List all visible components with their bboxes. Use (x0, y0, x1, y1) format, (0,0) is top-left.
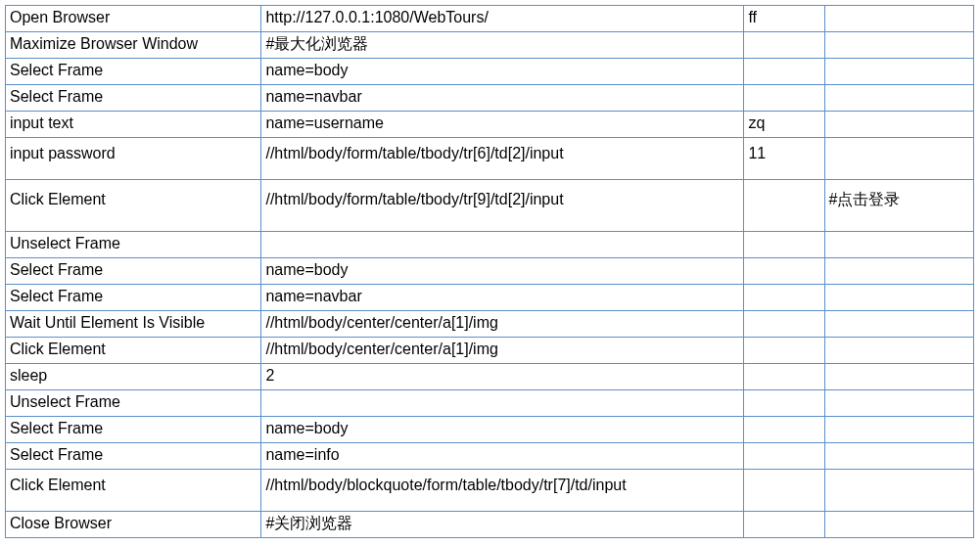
table-row: Select Framename=body (6, 417, 974, 443)
cell: //html/body/center/center/a[1]/img (261, 311, 744, 338)
cell: ff (744, 6, 824, 32)
cell (824, 443, 973, 470)
cell (744, 258, 824, 285)
cell: Select Frame (6, 285, 261, 311)
cell: Click Element (6, 470, 261, 512)
table-row: Click Element//html/body/center/center/a… (6, 338, 974, 364)
cell: Open Browser (6, 6, 261, 32)
cell (261, 390, 744, 417)
cell: Maximize Browser Window (6, 32, 261, 59)
cell: 2 (261, 364, 744, 390)
cell (824, 364, 973, 390)
cell: sleep (6, 364, 261, 390)
cell (744, 311, 824, 338)
cell: Select Frame (6, 417, 261, 443)
cell: name=body (261, 417, 744, 443)
cell: Select Frame (6, 258, 261, 285)
cell (824, 258, 973, 285)
cell: input text (6, 112, 261, 138)
cell (824, 285, 973, 311)
table-row: Click Element//html/body/blockquote/form… (6, 470, 974, 512)
cell (824, 32, 973, 59)
cell: Wait Until Element Is Visible (6, 311, 261, 338)
cell (744, 470, 824, 512)
cell: name=username (261, 112, 744, 138)
cell (744, 232, 824, 258)
cell: 11 (744, 138, 824, 180)
cell: name=body (261, 258, 744, 285)
table-row: Select Framename=navbar (6, 285, 974, 311)
cell: Select Frame (6, 85, 261, 112)
cell (824, 59, 973, 85)
table-row: sleep2 (6, 364, 974, 390)
cell: name=info (261, 443, 744, 470)
table-row: Wait Until Element Is Visible//html/body… (6, 311, 974, 338)
cell (824, 338, 973, 364)
cell (824, 85, 973, 112)
table-row: Unselect Frame (6, 390, 974, 417)
cell (744, 32, 824, 59)
cell (824, 232, 973, 258)
table-row: Select Framename=info (6, 443, 974, 470)
cell (744, 285, 824, 311)
cell (824, 138, 973, 180)
cell (744, 59, 824, 85)
cell: #最大化浏览器 (261, 32, 744, 59)
cell: //html/body/form/table/tbody/tr[6]/td[2]… (261, 138, 744, 180)
cell (744, 85, 824, 112)
table-row: input textname=usernamezq (6, 112, 974, 138)
table-row: Click Element//html/body/form/table/tbod… (6, 180, 974, 232)
cell: input password (6, 138, 261, 180)
cell (744, 364, 824, 390)
cell: //html/body/form/table/tbody/tr[9]/td[2]… (261, 180, 744, 232)
cell (824, 6, 973, 32)
cell: #点击登录 (824, 180, 973, 232)
cell: zq (744, 112, 824, 138)
table-row: Select Framename=body (6, 59, 974, 85)
cell: #关闭浏览器 (261, 512, 744, 538)
cell: name=navbar (261, 85, 744, 112)
cell: Click Element (6, 338, 261, 364)
cell: Select Frame (6, 443, 261, 470)
cell (744, 180, 824, 232)
cell (744, 443, 824, 470)
cell (824, 390, 973, 417)
table-row: Unselect Frame (6, 232, 974, 258)
cell (744, 512, 824, 538)
table-row: Select Framename=navbar (6, 85, 974, 112)
cell: name=body (261, 59, 744, 85)
table-row: Maximize Browser Window#最大化浏览器 (6, 32, 974, 59)
cell (744, 417, 824, 443)
cell: http://127.0.0.1:1080/WebTours/ (261, 6, 744, 32)
cell: Select Frame (6, 59, 261, 85)
cell: Click Element (6, 180, 261, 232)
cell (824, 512, 973, 538)
cell (744, 338, 824, 364)
cell (824, 112, 973, 138)
table-row: Open Browserhttp://127.0.0.1:1080/WebTou… (6, 6, 974, 32)
cell: Close Browser (6, 512, 261, 538)
cell (744, 390, 824, 417)
cell: //html/body/blockquote/form/table/tbody/… (261, 470, 744, 512)
table-row: Select Framename=body (6, 258, 974, 285)
cell (824, 417, 973, 443)
table-row: input password//html/body/form/table/tbo… (6, 138, 974, 180)
cell (824, 470, 973, 512)
cell: name=navbar (261, 285, 744, 311)
cell (261, 232, 744, 258)
table-row: Close Browser#关闭浏览器 (6, 512, 974, 538)
cell: Unselect Frame (6, 232, 261, 258)
cell: Unselect Frame (6, 390, 261, 417)
cell: //html/body/center/center/a[1]/img (261, 338, 744, 364)
cell (824, 311, 973, 338)
robot-script-table: Open Browserhttp://127.0.0.1:1080/WebTou… (5, 5, 974, 538)
